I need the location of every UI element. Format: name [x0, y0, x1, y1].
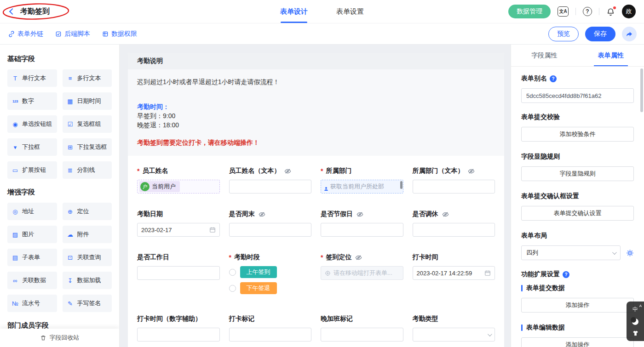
- field-item-serial-number[interactable]: №流水号: [7, 295, 57, 312]
- form-alias-label: 表单别名 ?: [521, 74, 634, 83]
- punch-time-numeric-input[interactable]: [137, 328, 220, 341]
- data-load-icon: ↧: [67, 277, 74, 284]
- field-label: *考勤时段: [229, 253, 312, 262]
- tab-form-design[interactable]: 表单设计: [280, 0, 308, 23]
- attendance-time-title: 考勤时间：: [137, 102, 495, 111]
- scrollbar-thumb[interactable]: [400, 181, 402, 189]
- field-item-datetime[interactable]: ▦日期时间: [63, 92, 112, 110]
- department-text-input[interactable]: [413, 180, 495, 193]
- tab-form-properties[interactable]: 表单属性: [578, 45, 644, 66]
- layout-select[interactable]: 四列: [521, 245, 621, 260]
- fields-grid: *员工姓名 户 当前用户 员工姓名（文本） *所属部门: [128, 156, 504, 347]
- field-library-sidebar: 基础字段 T单行文本 ≡多行文本 123数字 ▦日期时间 ◉单选按钮组 ☑复选框…: [0, 45, 120, 347]
- panel-scrollbar[interactable]: [640, 68, 643, 112]
- field-item-radio-group[interactable]: ◉单选按钮组: [7, 115, 57, 133]
- notification-dot: [613, 6, 616, 9]
- preview-button[interactable]: 预览: [548, 27, 579, 41]
- field-item-image[interactable]: ▨图片: [7, 226, 57, 243]
- employee-name-text-input[interactable]: [229, 180, 312, 193]
- link-label: 数据权限: [111, 30, 137, 38]
- float-widget: 中A: [627, 301, 644, 341]
- field-recycle-bin[interactable]: 字段回收站: [0, 329, 119, 347]
- field-item-data-load[interactable]: ↧数据加载: [63, 272, 112, 289]
- attendance-type-select[interactable]: [413, 328, 495, 341]
- tab-form-settings[interactable]: 表单设置: [336, 0, 364, 23]
- properties-tabs: 字段属性 表单属性: [511, 45, 644, 67]
- back-icon[interactable]: [9, 8, 16, 15]
- field-item-related-data[interactable]: ∞关联数据: [7, 272, 57, 289]
- calendar-icon: [209, 227, 216, 233]
- field-item-subform[interactable]: ▤子表单: [7, 249, 57, 266]
- employee-name-control[interactable]: 户 当前用户: [137, 180, 220, 193]
- extend-help-icon[interactable]: ?: [563, 271, 569, 278]
- punch-time-picker[interactable]: 2023-02-17 14:22:59: [413, 266, 495, 280]
- link-label: 表单外链: [17, 30, 43, 38]
- dark-mode-icon[interactable]: [632, 319, 638, 325]
- field-item-divider[interactable]: ≣分割线: [63, 161, 112, 179]
- radio-button[interactable]: [229, 269, 236, 276]
- properties-panel: 字段属性 表单属性 表单别名 ? 表单提交校验 添加校验条件 字段显隐规则 字段…: [511, 45, 644, 347]
- tab-field-properties[interactable]: 字段属性: [511, 45, 578, 66]
- field-label: *所属部门: [321, 167, 403, 175]
- share-button[interactable]: [622, 27, 637, 41]
- is-holiday-input[interactable]: [321, 223, 403, 237]
- theme-skin-icon[interactable]: [632, 330, 639, 336]
- backend-script-link[interactable]: 后端脚本: [55, 30, 90, 38]
- language-toggle[interactable]: 中A: [632, 306, 638, 313]
- page-title: 考勤签到: [20, 7, 50, 17]
- item-label: 日期时间: [77, 97, 101, 105]
- field-item-related-query[interactable]: ⊡关联查询: [63, 249, 112, 266]
- data-manage-button[interactable]: 数据管理: [508, 5, 551, 18]
- field-item-signature[interactable]: ✎手写签名: [63, 295, 112, 312]
- signin-location-control[interactable]: 请在移动端打开表单...: [321, 266, 403, 280]
- dropdown-icon: ▾: [12, 144, 19, 151]
- item-label: 下拉复选框: [77, 143, 107, 151]
- translate-icon[interactable]: 文A: [558, 6, 569, 17]
- field-punch-mark: 打卡标记: [229, 315, 312, 341]
- punch-mark-input[interactable]: [229, 328, 312, 341]
- layout-select-value: 四列: [526, 249, 538, 257]
- submit-confirm-setting-button[interactable]: 表单提交确认设置: [521, 206, 634, 221]
- field-item-multi-select[interactable]: ⊞下拉复选框: [63, 138, 112, 156]
- data-permission-link[interactable]: 数据权限: [102, 30, 137, 38]
- button-icon: ▭: [12, 167, 19, 174]
- field-item-multi-text[interactable]: ≡多行文本: [63, 69, 112, 87]
- layout-gear-icon[interactable]: [626, 249, 634, 257]
- field-item-single-text[interactable]: T单行文本: [7, 69, 57, 87]
- is-weekend-input[interactable]: [229, 223, 312, 237]
- field-item-location[interactable]: ⊕定位: [63, 203, 112, 220]
- edit-data-add-button[interactable]: 添加操作: [521, 337, 634, 347]
- field-item-attachment[interactable]: ☁附件: [63, 226, 112, 243]
- submit-data-add-button[interactable]: 添加操作: [521, 298, 634, 313]
- alias-help-icon[interactable]: ?: [550, 75, 557, 82]
- morning-signin-pill[interactable]: 上午签到: [240, 266, 277, 278]
- bell-icon[interactable]: [606, 7, 615, 16]
- field-employee-name-text: 员工姓名（文本）: [229, 167, 312, 193]
- add-validate-condition-button[interactable]: 添加校验条件: [521, 127, 634, 142]
- form-external-link[interactable]: 表单外链: [8, 30, 43, 38]
- field-attendance-period: *考勤时段 上午签到 下午签退: [229, 253, 312, 298]
- field-visibility-rule-button[interactable]: 字段显隐规则: [521, 166, 634, 181]
- is-adjusted-rest-input[interactable]: [413, 223, 495, 237]
- field-item-checkbox-group[interactable]: ☑复选框组: [63, 115, 112, 133]
- required-star: *: [229, 254, 231, 261]
- field-item-address[interactable]: ◎地址: [7, 203, 57, 220]
- help-icon[interactable]: ?: [583, 7, 592, 16]
- is-workday-input[interactable]: [137, 266, 220, 280]
- field-item-extend-button[interactable]: ▭扩展按钮: [7, 161, 57, 179]
- field-is-workday: 是否工作日: [137, 253, 220, 280]
- department-control[interactable]: 获取当前用户所处部: [321, 180, 403, 193]
- radio-button[interactable]: [229, 285, 236, 292]
- date-value: 2023-02-17: [141, 227, 172, 233]
- save-button[interactable]: 保存: [585, 27, 615, 41]
- field-item-select[interactable]: ▾下拉框: [7, 138, 57, 156]
- field-item-number[interactable]: 123数字: [7, 92, 57, 110]
- avatar[interactable]: 政: [622, 5, 636, 18]
- field-employee-name: *员工姓名 户 当前用户: [137, 167, 220, 193]
- form-layout-row: 四列: [521, 245, 634, 260]
- attendance-date-picker[interactable]: 2023-02-17: [137, 223, 220, 237]
- form-alias-input[interactable]: [521, 88, 634, 103]
- afternoon-signout-pill[interactable]: 下午签退: [240, 282, 277, 294]
- overtime-mark-input[interactable]: [321, 328, 403, 341]
- item-label: 下拉框: [22, 143, 40, 151]
